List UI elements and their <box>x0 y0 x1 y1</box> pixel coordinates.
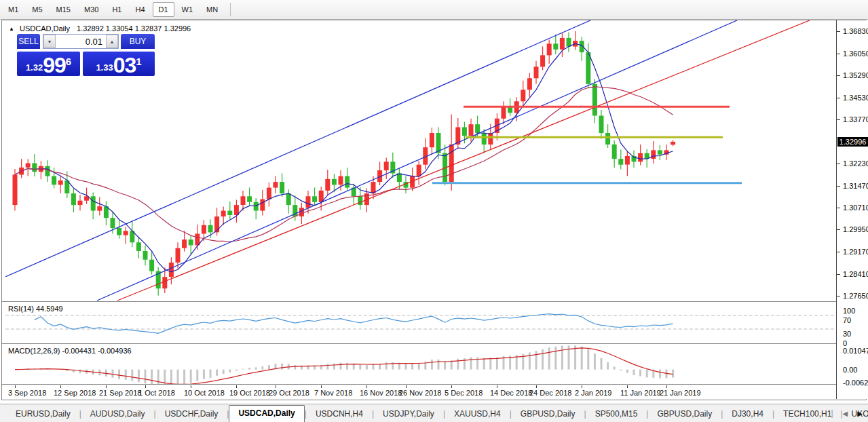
chart-tab-eurusd-daily[interactable]: EURUSD,Daily <box>7 407 79 422</box>
collapse-triangle-icon[interactable]: ▲ <box>9 26 14 32</box>
price-tick-mark <box>837 186 840 187</box>
candle-body <box>567 38 571 47</box>
chart-tab-sp500-m15[interactable]: SP500,M15 <box>586 407 647 422</box>
candle-body <box>52 176 56 185</box>
price-tick-label: 1.34530 <box>843 94 868 102</box>
sell-price-box[interactable]: 1.32 99 6 <box>17 52 80 76</box>
candle-body <box>214 216 219 232</box>
chart-tab-gbpusd-daily[interactable]: GBPUSD,Daily <box>512 407 584 422</box>
candle-body <box>625 156 630 165</box>
chart-tab-xauusd-h4[interactable]: XAUUSD,H4 <box>445 407 510 422</box>
chart-tab-usdchf-daily[interactable]: USDCHF,Daily <box>156 407 227 422</box>
timeframe-button-h1[interactable]: H1 <box>106 2 128 17</box>
chart-tab-dj30-h4[interactable]: DJ30,H4 <box>723 407 772 422</box>
rsi-scale-label: 30 <box>843 330 851 338</box>
rsi-pane-canvas[interactable] <box>5 303 836 343</box>
price-tick-mark <box>837 164 840 164</box>
candle-body <box>260 199 265 211</box>
candle-body <box>580 41 584 52</box>
date-tick-label: 5 Dec 2018 <box>445 389 483 397</box>
price-tick-label: 1.36830 <box>843 27 868 35</box>
candle-body <box>227 211 232 215</box>
timeframe-button-h4[interactable]: H4 <box>129 2 151 17</box>
mt4-terminal: M1M5M15M30H1H4D1W1MN ▲ USDCAD,Daily 1.32… <box>0 0 868 422</box>
candle-body <box>612 145 617 159</box>
ma-fast-line <box>15 43 673 271</box>
chart-tab-usdcnh-h4[interactable]: USDCNH,H4 <box>307 407 372 422</box>
buy-button[interactable]: BUY <box>121 34 155 49</box>
candle-body <box>267 188 271 199</box>
date-tick-mark <box>366 385 367 388</box>
tab-scroll-left-icon[interactable]: ◀ <box>843 410 848 417</box>
candle-body <box>306 196 311 208</box>
rsi-line <box>35 314 673 334</box>
symbol-label: USDCAD,Daily <box>20 24 70 33</box>
date-tick-mark <box>276 385 276 388</box>
price-axis[interactable]: 1.368301.360501.352901.345301.337701.322… <box>837 20 868 399</box>
candle-body <box>638 153 643 162</box>
red-trendline <box>117 20 810 301</box>
candle-body <box>547 43 552 55</box>
candle-body <box>527 78 532 90</box>
date-tick-label: 7 Nov 2018 <box>314 389 352 397</box>
sell-price-main: 99 <box>43 55 66 75</box>
candle-body <box>605 133 610 145</box>
price-tick-mark <box>837 31 840 32</box>
date-tick-mark <box>582 385 582 388</box>
chart-tab-gbpusd-daily[interactable]: GBPUSD,Daily <box>648 407 721 422</box>
timeframe-button-mn[interactable]: MN <box>200 2 224 17</box>
timeframe-button-m15[interactable]: M15 <box>50 2 77 17</box>
tab-scroll-right-icon[interactable]: ▶ <box>857 410 863 417</box>
sell-button[interactable]: SELL <box>17 34 40 49</box>
date-axis[interactable]: 3 Sep 201812 Sep 201821 Sep 20181 Oct 20… <box>5 385 836 399</box>
price-tick-label: 1.29950 <box>843 225 868 233</box>
chart-tab-audusd-daily[interactable]: AUDUSD,Daily <box>81 407 154 422</box>
macd-label: MACD(12,26,9) -0.004431 -0.004936 <box>8 347 132 355</box>
timeframe-button-m30[interactable]: M30 <box>78 2 105 17</box>
date-tick-label: 16 Nov 2018 <box>360 389 402 397</box>
price-tick-label: 1.32230 <box>843 159 868 168</box>
one-click-trading-widget: SELL ▼ 0.01 ▲ BUY 1.32 99 6 1.33 03 1 <box>17 34 155 76</box>
candle-body <box>273 182 278 188</box>
date-tick-label: 19 Oct 2018 <box>229 389 270 397</box>
date-tick-mark <box>536 385 537 388</box>
candle-body <box>534 66 539 78</box>
candle-body <box>417 165 421 176</box>
date-tick-mark <box>627 385 628 388</box>
candle-body <box>325 179 330 191</box>
chart-tab-usdjpy-daily[interactable]: USDJPY,Daily <box>374 407 443 422</box>
buy-price-box[interactable]: 1.33 03 1 <box>83 52 155 76</box>
timeframe-button-m1[interactable]: M1 <box>2 2 24 17</box>
candle-body <box>136 242 141 251</box>
tab-scroll-arrows: | ◀ ▶ <box>831 408 863 418</box>
macd-scale-label: 0.00 <box>843 366 857 374</box>
volume-stepper: ▼ 0.01 ▲ <box>43 34 119 49</box>
timeframe-button-d1[interactable]: D1 <box>153 2 174 17</box>
pane-splitter-rsi[interactable] <box>2 301 867 303</box>
candle-body <box>339 176 343 185</box>
chart-tab-usdcad-daily[interactable]: USDCAD,Daily <box>229 405 304 422</box>
candle-body <box>560 38 565 50</box>
buy-price-main: 03 <box>113 55 136 75</box>
price-tick-mark <box>837 296 840 296</box>
buy-price-pip: 1 <box>136 56 141 67</box>
date-tick-mark <box>666 385 667 388</box>
pane-splitter-macd[interactable] <box>2 343 867 345</box>
candle-body <box>345 176 350 188</box>
price-tick-mark <box>837 229 840 230</box>
volume-increase-button[interactable]: ▲ <box>106 35 118 48</box>
timeframe-button-m5[interactable]: M5 <box>26 2 48 17</box>
price-tick-mark <box>837 252 840 252</box>
date-tick-label: 1 Oct 2018 <box>138 389 175 397</box>
candle-body <box>553 43 558 50</box>
volume-decrease-button[interactable]: ▼ <box>43 35 56 48</box>
candle-body <box>332 179 337 185</box>
candle-body <box>384 161 389 170</box>
candle-body <box>521 90 525 101</box>
date-tick-label: 3 Sep 2018 <box>8 389 46 397</box>
timeframe-button-w1[interactable]: W1 <box>176 2 200 17</box>
volume-value[interactable]: 0.01 <box>56 35 106 48</box>
date-tick-label: 21 Sep 2018 <box>99 389 141 397</box>
candle-body <box>208 225 213 233</box>
candle-body <box>26 164 31 168</box>
